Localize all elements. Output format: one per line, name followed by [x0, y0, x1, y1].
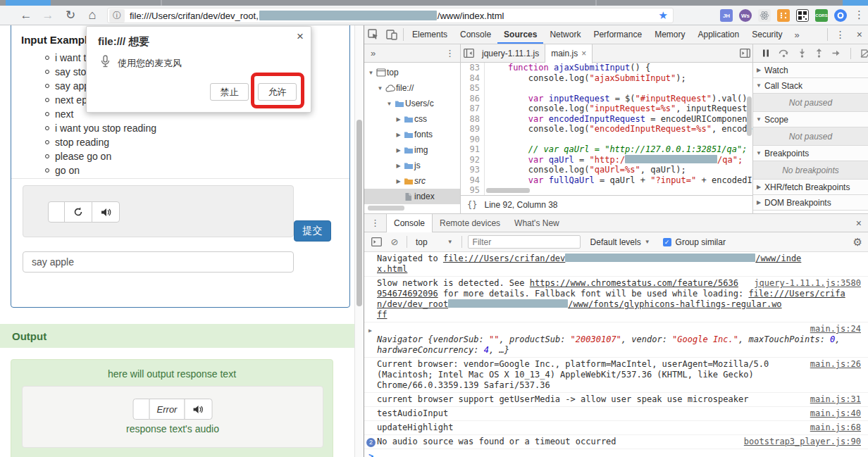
chevron-expanded-icon[interactable]: ▼	[753, 82, 764, 89]
console-sidebar-icon[interactable]	[370, 236, 383, 249]
tab-elements[interactable]: Elements	[406, 25, 454, 44]
console-filter-input[interactable]	[468, 235, 581, 249]
section-call-stack[interactable]: ▼Call Stack	[753, 78, 868, 94]
chevron-collapsed-icon[interactable]: ▶	[753, 199, 764, 206]
clear-console-icon[interactable]: ⊘	[388, 236, 401, 249]
line-number[interactable]: 91	[461, 144, 480, 155]
tab-application[interactable]: Application	[691, 25, 745, 44]
expand-object-icon[interactable]: ▶	[368, 325, 372, 336]
line-number[interactable]: 95	[461, 185, 480, 195]
line-number[interactable]: 92	[461, 155, 480, 165]
drawer-close-icon[interactable]: ×	[850, 218, 868, 229]
chevron-collapsed-icon[interactable]: ▶	[753, 184, 764, 190]
navigator-more-icon[interactable]: »	[364, 48, 382, 58]
extension-jh-icon[interactable]: JH	[720, 9, 733, 22]
pretty-print-icon[interactable]: {}	[461, 200, 484, 210]
tree-item-js[interactable]: ▶js	[364, 158, 460, 173]
tree-item-users-c[interactable]: ▼Users/c	[364, 96, 460, 111]
console-link[interactable]: n/dev/dev_root	[377, 299, 448, 309]
source-location-link[interactable]: jquery-1.11.1.js:3580	[754, 278, 861, 289]
console-link[interactable]: https://www.chromestatus.com/feature/563…	[530, 278, 738, 288]
tab-jquery-js[interactable]: jquery-1.11.1.js	[476, 44, 545, 63]
editor-hscroll-thumb[interactable]	[486, 188, 530, 193]
chevron-collapsed-icon[interactable]: ▶	[395, 132, 402, 138]
submit-button[interactable]: 提交	[294, 220, 331, 242]
source-location-link[interactable]: main.js:31	[810, 394, 861, 405]
extension-atom-icon[interactable]	[758, 9, 771, 22]
inspect-element-icon[interactable]	[364, 25, 383, 44]
section-breakpoints[interactable]: ▼Breakpoints	[753, 146, 868, 161]
line-number[interactable]: 87	[461, 104, 480, 114]
line-number[interactable]: 86	[461, 94, 480, 104]
console-link[interactable]: file:///Users/crifa	[748, 289, 845, 299]
line-number[interactable]: 85	[461, 83, 480, 94]
tree-item-src[interactable]: ▶src	[364, 173, 460, 189]
drawer-tab-console[interactable]: Console	[386, 214, 433, 232]
chevron-collapsed-icon[interactable]: ▶	[753, 67, 764, 73]
extension-cors-icon[interactable]: CORS	[815, 9, 828, 22]
step-icon[interactable]	[832, 49, 841, 57]
page-scrollbar[interactable]	[354, 25, 364, 457]
deny-button[interactable]: 禁止	[210, 83, 249, 101]
page-info-icon[interactable]: ⓘ	[109, 9, 125, 23]
console-link[interactable]: file:///Users/crifan/dev	[443, 253, 565, 263]
drawer-menu-icon[interactable]: ⋮	[364, 218, 386, 228]
tree-item-top[interactable]: ▼top	[364, 65, 460, 80]
line-number[interactable]: 89	[461, 124, 480, 134]
tree-item-fonts[interactable]: ▶fonts	[364, 127, 460, 142]
editor-hscrollbar[interactable]	[485, 186, 752, 195]
console-settings-icon[interactable]: ⚙	[853, 236, 862, 249]
speaker-icon[interactable]	[184, 399, 212, 420]
tab-console[interactable]: Console	[454, 25, 497, 44]
source-location-link[interactable]: main.js:68	[810, 422, 861, 433]
line-number[interactable]: 84	[461, 73, 480, 84]
pause-icon[interactable]	[762, 49, 769, 57]
input-request-field[interactable]	[23, 251, 294, 273]
console-link[interactable]: /www/fonts/glyphicons-halflings-regular.…	[568, 299, 781, 309]
refresh-icon[interactable]	[64, 201, 92, 223]
speaker-icon[interactable]	[92, 201, 120, 223]
tab-memory[interactable]: Memory	[648, 25, 691, 44]
context-selector[interactable]: top▼	[413, 237, 456, 247]
drawer-tab-remote-devices[interactable]: Remote devices	[433, 214, 507, 232]
extension-blue-icon[interactable]	[834, 9, 847, 22]
hide-navigator-icon[interactable]	[461, 46, 476, 61]
section-watch[interactable]: ▶Watch	[753, 63, 868, 78]
editor-vscroll-thumb[interactable]	[747, 96, 752, 136]
reload-icon[interactable]: ↻	[62, 8, 79, 23]
log-levels-selector[interactable]: Default levels▼	[590, 237, 650, 247]
forward-icon[interactable]: →	[39, 8, 56, 23]
back-icon[interactable]: ←	[18, 8, 35, 23]
line-number[interactable]: 94	[461, 175, 480, 186]
chevron-expanded-icon[interactable]: ▼	[753, 150, 764, 156]
section-scope[interactable]: ▼Scope	[753, 112, 868, 127]
navigator-menu-icon[interactable]: ⋮	[440, 48, 460, 58]
console-link[interactable]: ff	[377, 310, 387, 320]
tree-item-img[interactable]: ▶img	[364, 142, 460, 158]
chevron-collapsed-icon[interactable]: ▶	[395, 178, 402, 184]
show-panel-icon[interactable]	[737, 46, 752, 61]
tab-network[interactable]: Network	[543, 25, 587, 44]
chevron-collapsed-icon[interactable]: ▶	[395, 147, 402, 154]
tab-sources[interactable]: Sources	[497, 25, 543, 44]
line-number[interactable]: 93	[461, 165, 480, 175]
source-location-link[interactable]: main.js:24	[810, 324, 861, 334]
checkbox-checked-icon[interactable]: ✓	[663, 238, 671, 246]
line-number-gutter[interactable]: 83848586878889909192939495	[461, 63, 485, 195]
step-over-icon[interactable]	[779, 49, 789, 58]
audio-blank-button[interactable]	[48, 201, 65, 223]
chevron-collapsed-icon[interactable]: ▶	[395, 116, 402, 123]
chevron-expanded-icon[interactable]: ▼	[385, 101, 393, 107]
section-xhr-fetch-breakpoints[interactable]: ▶XHR/fetch Breakpoints	[753, 180, 868, 195]
tree-item-index[interactable]: index	[364, 189, 460, 204]
console-prompt[interactable]: >	[364, 449, 868, 457]
home-icon[interactable]: ⌂	[84, 7, 101, 23]
step-into-icon[interactable]	[798, 49, 806, 58]
tree-item-file-[interactable]: ▼file://	[364, 80, 460, 96]
section-dom-breakpoints[interactable]: ▶DOM Breakpoints	[753, 195, 868, 211]
group-similar-checkbox[interactable]: ✓Group similar	[663, 237, 726, 247]
devtools-close-icon[interactable]: ×	[851, 29, 868, 40]
devtools-menu-icon[interactable]: ⋮	[830, 29, 851, 40]
tab-security[interactable]: Security	[745, 25, 788, 44]
source-location-link[interactable]: main.js:26	[810, 359, 861, 370]
